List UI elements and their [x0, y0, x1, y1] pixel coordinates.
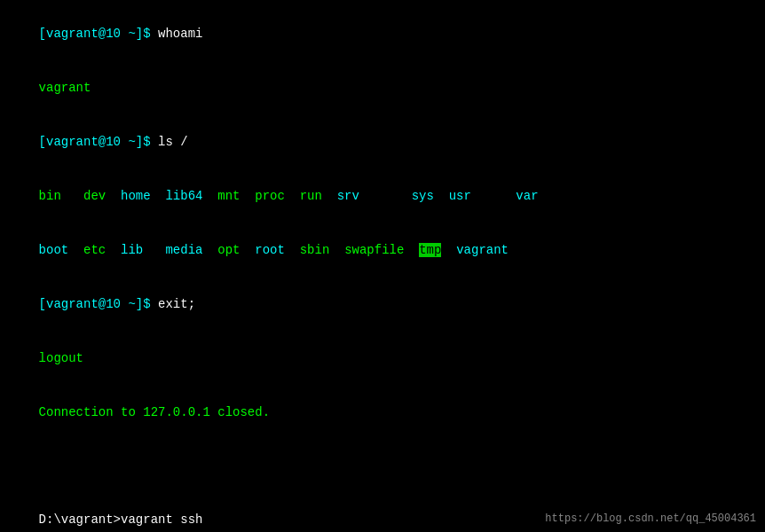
terminal-line: logout: [9, 331, 756, 385]
watermark: https://blog.csdn.net/qq_45004361: [545, 512, 756, 525]
output: bin dev: [39, 189, 121, 203]
prompt: [vagrant@10 ~]$: [39, 27, 151, 41]
prompt: [vagrant@10 ~]$: [39, 135, 151, 149]
output: [441, 243, 456, 257]
terminal-line: vagrant: [9, 61, 756, 115]
terminal-line: [vagrant@10 ~]$ whoami: [9, 7, 756, 61]
command: ls /: [151, 135, 188, 149]
output: Connection to 127.0.0.1 closed.: [39, 405, 270, 419]
prompt: [vagrant@10 ~]$: [39, 297, 151, 311]
terminal-line: [vagrant@10 ~]$ ls /: [9, 115, 756, 169]
output: mnt proc run: [217, 189, 336, 203]
output-dir: root: [255, 243, 299, 257]
command: exit;: [151, 297, 195, 311]
output-dir: vagrant: [456, 243, 509, 257]
output-tmp: tmp: [419, 243, 441, 257]
terminal-line: Connection to 127.0.0.1 closed.: [9, 385, 756, 439]
terminal-line: boot etc lib media opt root sbin swapfil…: [9, 223, 756, 278]
output-dir: srv: [337, 189, 412, 203]
output-dir: home: [121, 189, 165, 203]
output: vagrant: [39, 81, 91, 95]
terminal-line: [vagrant@10 ~]$ exit;: [9, 277, 756, 331]
output-dir: boot: [39, 243, 83, 257]
output-dir: lib: [121, 243, 165, 257]
command: whoami: [151, 27, 203, 41]
output: [39, 458, 46, 473]
output-sys: sys: [412, 189, 449, 203]
terminal-line: [9, 439, 756, 493]
output: sbin swapfile: [300, 243, 419, 257]
terminal-window: [vagrant@10 ~]$ whoami vagrant [vagrant@…: [0, 0, 765, 532]
output-dir: var: [516, 189, 538, 203]
output-dir: media: [165, 243, 217, 257]
output-dir: lib64: [165, 189, 217, 203]
output: D:\vagrant>vagrant ssh: [39, 512, 203, 527]
output: etc: [83, 243, 121, 257]
terminal-line: bin dev home lib64 mnt proc run srv sys …: [9, 169, 756, 223]
output: opt: [217, 243, 255, 257]
output-dir: usr: [449, 189, 517, 203]
output: logout: [39, 351, 83, 365]
